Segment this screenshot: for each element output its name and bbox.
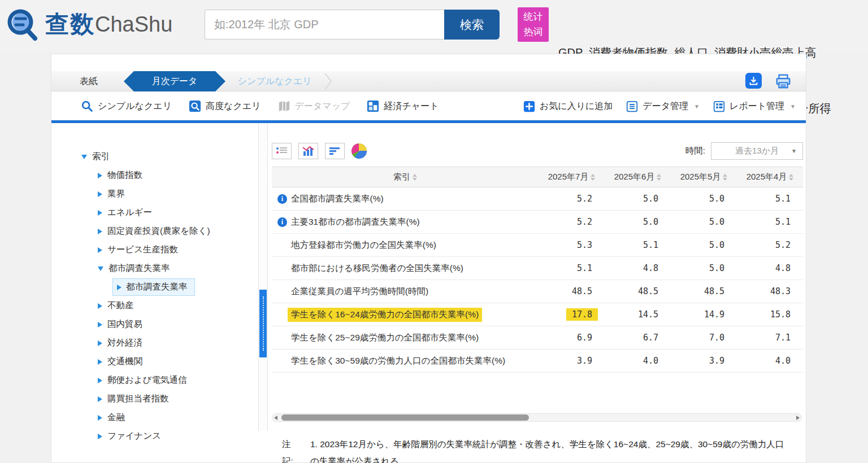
tree-item-label: 不動産 [107,300,134,312]
triangle-right-icon[interactable] [117,285,121,290]
tree-item-6[interactable]: 都市調査失業率 [51,259,258,278]
triangle-right-icon[interactable] [98,359,102,365]
pie-chart-view-button[interactable] [351,143,367,159]
triangle-right-icon[interactable] [98,322,102,327]
logo[interactable]: 查数 ChaShu [5,6,172,42]
scroll-left-arrow-icon[interactable] [274,416,277,420]
tree-item-3[interactable]: エネルギー [51,203,258,222]
tree-item-12[interactable]: 郵便および電気通信 [51,371,258,390]
cell-value: 5.0 [709,263,724,273]
print-button[interactable] [775,73,792,90]
sort-icon[interactable] [723,174,727,181]
download-icon [749,76,758,86]
tree-item-4[interactable]: 固定資産投資(農家を除く) [51,222,258,241]
notes-label-line2: 記: [282,453,310,463]
bar-chart-view-button[interactable] [298,143,318,159]
cell-value: 5.0 [709,240,724,250]
sort-icon[interactable] [413,174,417,181]
sort-icon[interactable] [789,174,793,181]
column-header-0[interactable]: 索引 [272,172,539,182]
column-header-3[interactable]: 2025年5月 [671,172,737,182]
triangle-right-icon[interactable] [98,340,102,346]
row-label: 都市部における移民労働者の全国失業率(%) [291,263,463,274]
column-header-4[interactable]: 2025年4月 [737,172,803,182]
splitter-handle[interactable] [259,290,267,357]
toolbar-simple-query[interactable]: シンプルなクエリ [81,100,172,112]
toolbar-advanced-query[interactable]: 高度なクエリ [189,100,261,112]
cell-value: 5.2 [577,194,592,204]
triangle-right-icon[interactable] [98,210,102,216]
table-row-4[interactable]: 企業従業員の週平均労働時間(時間)48.548.548.548.3 [272,280,803,303]
tree-item-5[interactable]: サービス生産指数 [51,241,258,259]
tree-item-9[interactable]: 国内貿易 [51,315,258,334]
triangle-right-icon[interactable] [98,303,102,309]
scrollbar-thumb[interactable] [281,414,529,421]
triangle-right-icon[interactable] [98,247,102,253]
tree-item-14[interactable]: 金融 [51,408,258,427]
table-row-7[interactable]: 学生を除く30~59歳の労働力人口の全国都市失業率(%)3.94.03.94.0 [272,350,803,373]
cell-value: 17.8 [566,308,598,321]
sort-icon[interactable] [591,174,595,181]
list-view-button[interactable] [272,143,292,159]
horizontal-scrollbar[interactable] [272,413,802,422]
triangle-down-icon[interactable] [81,155,87,159]
search-button[interactable]: 検索 [444,10,500,40]
cell-value: 48.3 [770,286,791,296]
table-row-1[interactable]: i主要31都市の都市調査失業率(%)5.25.05.05.1 [272,211,803,234]
triangle-right-icon[interactable] [98,434,102,439]
add-favorite-button[interactable]: お気に入りに追加 [523,101,613,112]
tree-item-0[interactable]: 索引 [51,147,258,166]
tree-item-7[interactable]: 都市調査失業率 [51,278,258,296]
download-button[interactable] [745,73,762,89]
scroll-right-arrow-icon[interactable] [796,416,800,420]
report-manage-label: レポート管理 [730,101,784,112]
table-row-6[interactable]: 学生を除く25~29歳労働力の全国都市失業率(%)6.96.77.07.1 [272,326,803,350]
info-icon[interactable]: i [277,217,287,227]
econ-chart-icon [367,100,379,112]
triangle-right-icon[interactable] [98,415,102,421]
info-icon[interactable]: i [277,194,287,204]
toolbar-econ-chart[interactable]: 経済チャート [367,100,439,112]
table-row-3[interactable]: 都市部における移民労働者の全国失業率(%)5.14.85.04.8 [272,257,803,280]
tree-item-selected[interactable]: 都市調査失業率 [112,278,195,296]
triangle-right-icon[interactable] [98,378,102,383]
time-range-select[interactable]: 過去13か月 ▼ [711,142,803,160]
tab-cover[interactable]: 表紙 [67,71,110,91]
hbar-view-button[interactable] [325,143,345,159]
tree-item-10[interactable]: 対外経済 [51,334,258,352]
cell-value: 3.9 [577,356,592,366]
list-view-icon [275,146,289,156]
tree-item-label: 固定資産投資(農家を除く) [107,225,210,237]
data-manage-menu[interactable]: データ管理 ▼ [626,101,700,112]
triangle-right-icon[interactable] [98,396,102,402]
cell-value: 5.0 [643,194,658,204]
tree-item-label: 郵便および電気通信 [107,374,187,386]
tree-item-8[interactable]: 不動産 [51,296,258,315]
tree-item-2[interactable]: 業界 [51,185,258,203]
hbar-icon [328,146,342,156]
column-header-1[interactable]: 2025年7月 [539,172,605,182]
triangle-right-icon[interactable] [98,191,102,197]
table-row-2[interactable]: 地方登録都市労働力の全国失業率(%)5.35.15.05.2 [272,234,803,257]
tree-item-1[interactable]: 物価指数 [51,166,258,185]
tree-item-15[interactable]: ファイナンス [51,427,258,445]
tree-item-label: 交通機関 [107,356,142,368]
tree-item-13[interactable]: 購買担当者指数 [51,390,258,408]
search-input[interactable] [205,10,444,40]
chevron-down-icon: ▼ [694,103,700,110]
time-label: 時間: [685,145,705,157]
tab-monthly-data[interactable]: 月次データ [124,71,225,91]
tab-simple-query[interactable]: シンプルなクエリ [227,71,323,91]
triangle-down-icon[interactable] [98,267,103,271]
table-row-5[interactable]: 学生を除く16~24歳労働力の全国都市失業率(%)17.814.514.915.… [272,303,803,326]
hot-words-badge[interactable]: 统计 热词 [518,7,549,42]
tree-item-11[interactable]: 交通機関 [51,352,258,371]
table-row-0[interactable]: i全国都市調査失業率(%)5.25.05.05.1 [272,187,803,211]
column-header-2[interactable]: 2025年6月 [605,172,671,182]
tree-item-label: ファイナンス [107,430,161,442]
triangle-right-icon[interactable] [98,173,102,178]
sort-icon[interactable] [657,174,661,181]
triangle-right-icon[interactable] [98,229,102,234]
query-toolbar: シンプルなクエリ 高度なクエリ データマップ [51,92,806,120]
report-manage-menu[interactable]: レポート管理 ▼ [713,101,796,112]
